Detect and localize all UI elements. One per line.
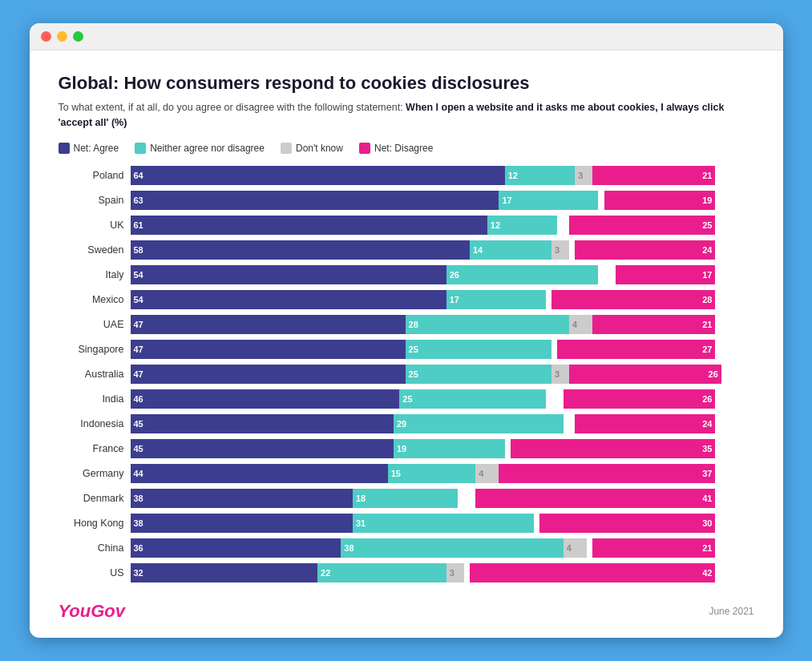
- bar-agree: 36: [131, 538, 341, 558]
- chart-subtitle: To what extent, if at all, do you agree …: [59, 100, 754, 131]
- chart-title: Global: How consumers respond to cookies…: [59, 73, 754, 94]
- bar-agree: 61: [131, 216, 487, 235]
- bar-disagree: 19: [604, 191, 716, 210]
- country-label: Sweden: [59, 244, 131, 256]
- bar-disagree: 26: [564, 389, 716, 409]
- bar-row: Mexico541728: [59, 289, 754, 310]
- bar-container: 462526: [131, 389, 754, 409]
- bar-disagree: 35: [511, 439, 716, 458]
- chart-area: Poland6412321Spain631719UK611225Sweden58…: [59, 165, 754, 583]
- bar-container: 5814324: [131, 240, 754, 260]
- bar-gap: [557, 216, 569, 235]
- bar-dontknow: 3: [575, 166, 592, 185]
- country-label: Spain: [59, 195, 131, 206]
- bar-neither: 18: [353, 489, 458, 508]
- bar-container: 631719: [131, 191, 754, 210]
- yougov-brand: YouGov: [59, 601, 126, 622]
- bar-dontknow: 3: [446, 563, 464, 582]
- legend-neither-box: [135, 143, 146, 154]
- bar-gap: [598, 265, 616, 284]
- bar-dontknow: 4: [569, 315, 592, 334]
- bar-row: UAE4728421: [59, 314, 754, 335]
- close-button[interactable]: [41, 31, 51, 42]
- bar-neither: 12: [505, 166, 576, 185]
- bar-row: India462526: [59, 389, 754, 409]
- bar-container: 542617: [131, 265, 754, 284]
- bar-gap: [551, 340, 557, 359]
- bar-container: 611225: [131, 216, 754, 235]
- legend-disagree-box: [359, 143, 370, 154]
- bar-gap: [587, 538, 592, 558]
- legend-neither: Neither agree nor disagree: [135, 143, 265, 154]
- bar-gap: [458, 489, 475, 508]
- bar-agree: 47: [131, 365, 406, 384]
- bar-agree: 54: [131, 265, 446, 284]
- bar-container: 451935: [131, 439, 754, 458]
- bar-container: 472527: [131, 340, 754, 359]
- country-label: Singapore: [59, 344, 131, 355]
- bar-container: 4725326: [131, 365, 754, 384]
- bar-neither: 25: [406, 340, 552, 359]
- legend-disagree: Net: Disagree: [359, 143, 433, 154]
- bar-container: 3638421: [131, 538, 754, 558]
- bar-disagree: 24: [575, 240, 715, 260]
- chart-date: June 2021: [709, 606, 753, 617]
- bar-container: 541728: [131, 290, 754, 309]
- country-label: India: [59, 393, 131, 405]
- app-window: Global: How consumers respond to cookies…: [30, 23, 783, 639]
- bar-gap: [598, 191, 604, 210]
- chart-footer: YouGov June 2021: [59, 594, 754, 622]
- country-label: Italy: [59, 269, 131, 280]
- bar-row: Spain631719: [59, 190, 754, 211]
- bar-disagree: 25: [569, 216, 716, 235]
- maximize-button[interactable]: [73, 31, 83, 42]
- bar-container: 381841: [131, 489, 754, 508]
- bar-agree: 47: [131, 315, 406, 334]
- bar-gap: [534, 514, 539, 533]
- bar-row: France451935: [59, 438, 754, 459]
- bar-disagree: 30: [539, 514, 715, 533]
- bar-disagree: 26: [569, 365, 721, 384]
- subtitle-plain: To what extent, if at all, do you agree …: [59, 102, 406, 113]
- legend-disagree-label: Net: Disagree: [374, 143, 433, 154]
- country-label: Indonesia: [59, 418, 131, 429]
- bar-disagree: 37: [499, 464, 715, 483]
- bar-row: Poland6412321: [59, 165, 754, 186]
- bar-neither: 17: [446, 290, 546, 309]
- legend-agree-label: Net: Agree: [74, 143, 119, 154]
- bar-neither: 17: [499, 191, 598, 210]
- country-label: China: [59, 542, 131, 554]
- bar-disagree: 42: [470, 563, 716, 582]
- bar-neither: 25: [399, 389, 546, 409]
- country-label: US: [59, 567, 131, 578]
- bar-container: 3222342: [131, 563, 754, 582]
- bar-neither: 38: [341, 538, 563, 558]
- bar-gap: [464, 563, 470, 582]
- bar-agree: 63: [131, 191, 499, 210]
- bar-neither: 26: [446, 265, 599, 284]
- bar-agree: 44: [131, 464, 388, 483]
- country-label: UAE: [59, 319, 131, 330]
- country-label: Germany: [59, 468, 131, 479]
- bar-agree: 45: [131, 439, 394, 458]
- legend-agree-box: [59, 143, 70, 154]
- bar-agree: 32: [131, 563, 318, 582]
- bar-container: 6412321: [131, 166, 754, 185]
- bar-disagree: 17: [616, 265, 715, 284]
- bar-row: Denmark381841: [59, 488, 754, 509]
- bar-neither: 28: [406, 315, 569, 334]
- bar-row: China3638421: [59, 538, 754, 558]
- country-label: Hong Kong: [59, 518, 131, 529]
- bar-gap: [546, 389, 564, 409]
- titlebar: [30, 23, 783, 50]
- bar-gap: [505, 439, 511, 458]
- bar-row: Singapore472527: [59, 339, 754, 360]
- bar-disagree: 21: [592, 315, 715, 334]
- legend-neither-label: Neither agree nor disagree: [150, 143, 265, 154]
- country-label: Denmark: [59, 493, 131, 504]
- bar-row: UK611225: [59, 215, 754, 236]
- bar-neither: 14: [470, 240, 551, 260]
- bar-agree: 47: [131, 340, 406, 359]
- minimize-button[interactable]: [57, 31, 67, 42]
- bar-disagree: 24: [575, 414, 715, 433]
